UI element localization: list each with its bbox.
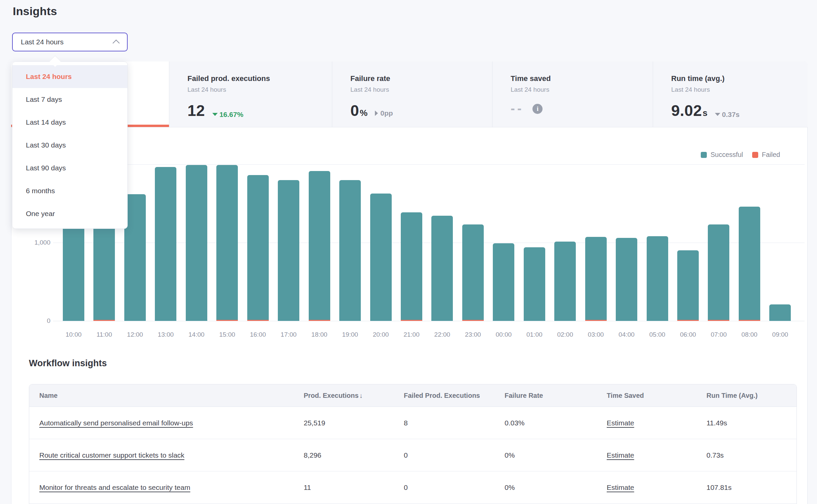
legend-label: Successful — [711, 151, 743, 159]
legend-label: Failed — [762, 151, 780, 159]
legend-failed[interactable]: Failed — [752, 151, 780, 159]
y-axis-tick-label: 0 — [13, 317, 50, 325]
delta-badge: 16.67% — [212, 111, 243, 119]
x-axis-tick-label: 18:00 — [304, 330, 335, 339]
time-range-selected-value: Last 24 hours — [21, 38, 63, 46]
failed-swatch-icon — [752, 152, 758, 158]
tab-value: 0 — [350, 101, 359, 120]
menu-item-last-14-days[interactable]: Last 14 days — [12, 111, 127, 134]
bar-successful-20:00[interactable] — [370, 194, 392, 321]
delta-text: 16.67% — [219, 111, 243, 119]
bar-failed-23:00[interactable] — [462, 320, 484, 321]
triangle-right-icon — [375, 111, 378, 116]
bar-successful-21:00[interactable] — [401, 212, 422, 320]
bar-failed-11:00[interactable] — [93, 320, 115, 321]
bar-successful-15:00[interactable] — [216, 165, 238, 320]
chevron-up-icon — [113, 39, 120, 46]
bar-successful-03:00[interactable] — [585, 237, 607, 320]
bar-successful-23:00[interactable] — [462, 224, 484, 320]
time-range-dropdown-menu: Last 24 hoursLast 7 daysLast 14 daysLast… — [12, 61, 128, 229]
bar-failed-21:00[interactable] — [401, 320, 422, 321]
menu-item-last-90-days[interactable]: Last 90 days — [12, 157, 127, 179]
menu-item-one-year[interactable]: One year — [12, 202, 127, 225]
x-axis-tick-label: 14:00 — [181, 330, 212, 339]
bar-successful-01:00[interactable] — [524, 247, 545, 321]
x-axis-tick-label: 02:00 — [550, 330, 580, 339]
chart-legend: Successful Failed — [701, 151, 780, 159]
x-axis-tick-label: 06:00 — [673, 330, 703, 339]
gridline-2000 — [53, 164, 805, 165]
tab-value: 12 — [187, 101, 205, 120]
tab-value: 9.02 — [671, 101, 702, 120]
x-axis-tick-label: 01:00 — [519, 330, 550, 339]
bar-failed-16:00[interactable] — [247, 320, 269, 321]
legend-successful[interactable]: Successful — [701, 151, 743, 159]
tab-value-empty: -- — [511, 101, 524, 116]
bar-successful-05:00[interactable] — [647, 236, 668, 321]
delta-badge: 0.37s — [715, 111, 740, 119]
menu-item-last-30-days[interactable]: Last 30 days — [12, 134, 127, 157]
bar-successful-08:00[interactable] — [739, 207, 760, 320]
info-icon[interactable]: i — [532, 104, 543, 114]
bar-failed-06:00[interactable] — [677, 320, 699, 321]
bar-failed-07:00[interactable] — [708, 320, 729, 321]
x-axis-tick-label: 07:00 — [703, 330, 734, 339]
y-axis-tick-label: 1,000 — [13, 238, 50, 247]
x-axis-tick-label: 11:00 — [89, 330, 120, 339]
bar-successful-16:00[interactable] — [247, 175, 269, 320]
successful-swatch-icon — [701, 152, 707, 158]
bar-successful-02:00[interactable] — [554, 242, 576, 321]
tab-title: Failed prod. executions — [187, 74, 332, 83]
tab-subtitle: Last 24 hours — [187, 86, 332, 93]
x-axis-tick-label: 00:00 — [488, 330, 519, 339]
x-axis-tick-label: 03:00 — [580, 330, 611, 339]
bar-failed-03:00[interactable] — [585, 320, 607, 321]
tab-subtitle: Last 24 hours — [511, 86, 653, 93]
tab-title: Run time (avg.) — [671, 74, 808, 83]
x-axis-tick-label: 23:00 — [458, 330, 488, 339]
x-axis-tick-label: 17:00 — [273, 330, 304, 339]
tab-failure-rate[interactable]: Failure rate Last 24 hours 0 % 0pp — [332, 61, 492, 127]
x-axis-tick-label: 22:00 — [427, 330, 458, 339]
bar-successful-04:00[interactable] — [616, 238, 637, 321]
tab-subtitle: Last 24 hours — [671, 86, 808, 93]
menu-item-6-months[interactable]: 6 months — [12, 179, 127, 202]
menu-item-last-24-hours[interactable]: Last 24 hours — [12, 65, 127, 88]
bar-successful-19:00[interactable] — [339, 180, 361, 321]
bar-successful-22:00[interactable] — [431, 216, 453, 321]
bar-successful-06:00[interactable] — [677, 250, 699, 320]
bar-successful-00:00[interactable] — [493, 243, 514, 321]
tab-run-time-avg[interactable]: Run time (avg.) Last 24 hours 9.02 s 0.3… — [653, 61, 808, 127]
x-axis-tick-label: 10:00 — [58, 330, 89, 339]
bar-successful-18:00[interactable] — [309, 171, 330, 320]
tab-title: Time saved — [511, 74, 653, 83]
x-axis-tick-label: 19:00 — [335, 330, 366, 339]
delta-text: 0pp — [380, 109, 393, 117]
triangle-down-icon — [212, 113, 218, 116]
delta-text: 0.37s — [722, 111, 740, 119]
x-axis-tick-label: 12:00 — [120, 330, 150, 339]
tab-time-saved[interactable]: Time saved Last 24 hours -- i — [492, 61, 653, 127]
bar-successful-14:00[interactable] — [186, 165, 207, 321]
delta-badge: 0pp — [375, 109, 393, 117]
bar-successful-07:00[interactable] — [708, 224, 729, 320]
bar-failed-18:00[interactable] — [309, 320, 330, 321]
x-axis-tick-label: 21:00 — [396, 330, 427, 339]
bar-successful-09:00[interactable] — [769, 304, 791, 321]
tab-unit: % — [360, 108, 368, 118]
menu-item-last-7-days[interactable]: Last 7 days — [12, 88, 127, 111]
time-range-select[interactable]: Last 24 hours — [12, 33, 128, 51]
tab-failed-prod-executions[interactable]: Failed prod. executions Last 24 hours 12… — [169, 61, 332, 127]
x-axis-tick-label: 20:00 — [366, 330, 396, 339]
x-axis-tick-label: 08:00 — [734, 330, 765, 339]
x-axis-tick-label: 04:00 — [611, 330, 642, 339]
tab-subtitle: Last 24 hours — [350, 86, 492, 93]
bar-failed-15:00[interactable] — [216, 320, 238, 321]
bar-failed-08:00[interactable] — [739, 320, 760, 321]
metric-tabs-row: Failed prod. executions Last 24 hours 12… — [11, 61, 808, 127]
bar-successful-13:00[interactable] — [155, 167, 176, 321]
x-axis-tick-label: 16:00 — [243, 330, 273, 339]
bar-successful-17:00[interactable] — [278, 180, 299, 321]
x-axis-tick-label: 05:00 — [642, 330, 673, 339]
tab-title: Failure rate — [350, 74, 492, 83]
